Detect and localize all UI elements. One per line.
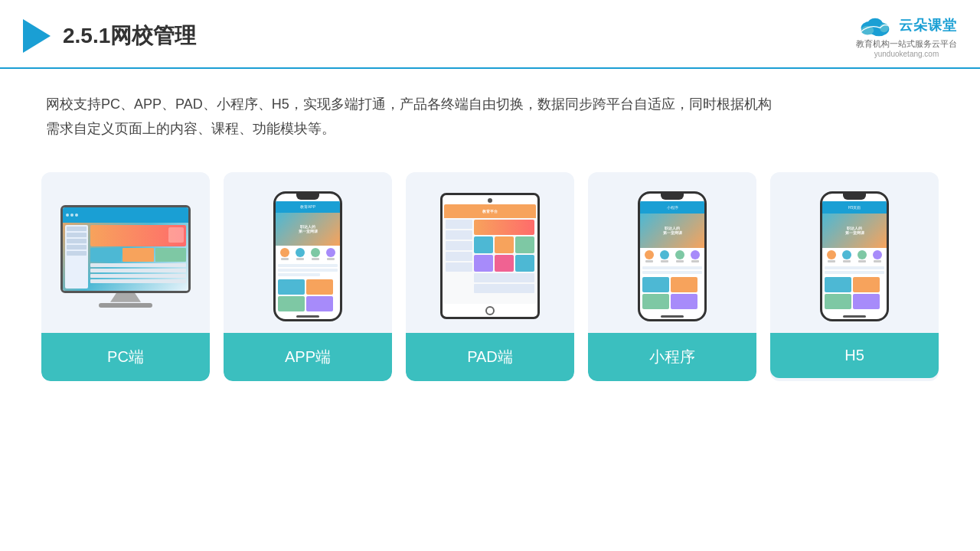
phone-content-mini	[640, 265, 704, 276]
h5-circle-4	[873, 250, 882, 259]
h5-label-1	[828, 260, 835, 262]
phone-mini-1	[278, 279, 305, 295]
phone-row-2	[278, 269, 338, 272]
h5-card-4	[853, 294, 880, 309]
tablet-content	[444, 218, 536, 304]
tablet-left-2	[446, 230, 472, 240]
h5-icon-1	[827, 250, 836, 262]
mini-card-2	[122, 248, 153, 262]
phone-header-mini: 小程序	[640, 201, 704, 214]
phone-home-bar-app	[296, 315, 319, 318]
card-h5-label: H5	[770, 333, 939, 378]
phone-h5: H5页面 职达人的第一堂网课	[820, 191, 889, 321]
tablet-row-2	[474, 284, 534, 293]
phone-cards-app	[276, 278, 340, 313]
phone-home-bar-mini	[661, 315, 684, 318]
mini-row-1	[642, 266, 702, 269]
logo-url: yunduoketang.com	[874, 50, 939, 58]
tablet-cards-row-2	[474, 255, 534, 272]
tablet-pad: 教育平台	[440, 193, 540, 319]
header: 2.5.1网校管理 云朵课堂 教育机构一站式服务云平台 yunduoketang…	[0, 0, 980, 69]
phone-cards-h5	[822, 276, 887, 311]
mini-card-g-3	[642, 294, 669, 309]
sidebar-mock-2	[67, 233, 87, 237]
monitor-stand	[110, 293, 141, 302]
h5-circle-2	[842, 250, 851, 259]
icon-circle-3	[311, 248, 320, 257]
tablet-card-6	[515, 255, 534, 272]
description-line2: 需求自定义页面上的内容、课程、功能模块等。	[46, 116, 934, 141]
monitor-dot-1	[66, 214, 69, 217]
tablet-screen: 教育平台	[444, 204, 536, 304]
h5-circle-3	[858, 250, 867, 259]
card-miniprogram-image: 小程序 职达人的第一堂网课	[588, 172, 756, 333]
monitor-dot-3	[75, 214, 78, 217]
monitor-dot-2	[70, 214, 74, 217]
h5-circle-1	[827, 250, 836, 259]
mini-circle-4	[691, 250, 700, 259]
phone-banner-text-app: 职达人的第一堂网课	[299, 224, 318, 234]
sidebar-mock-4	[67, 245, 87, 249]
mini-label-2	[661, 260, 668, 262]
phone-app: 教育APP 职达人的第一堂网课	[273, 191, 342, 321]
phone-row-1	[278, 264, 338, 267]
tablet-banner	[474, 220, 534, 235]
tablet-left-col	[446, 220, 472, 302]
description: 网校支持PC、APP、PAD、小程序、H5，实现多端打通，产品各终端自由切换，数…	[0, 69, 980, 149]
phone-icons-row-mini	[640, 248, 704, 265]
monitor-content	[63, 223, 188, 291]
icon-label-4	[327, 258, 335, 260]
h5-icon-2	[842, 250, 851, 262]
tablet-home-btn	[485, 306, 495, 315]
mini-card-g-1	[642, 277, 669, 292]
card-app-image: 教育APP 职达人的第一堂网课	[224, 172, 392, 333]
card-pc: PC端	[41, 172, 210, 381]
phone-header-text-h5: H5页面	[848, 205, 861, 210]
phone-content-app	[276, 262, 340, 278]
description-line1: 网校支持PC、APP、PAD、小程序、H5，实现多端打通，产品各终端自由切换，数…	[46, 92, 934, 116]
mini-circle-3	[675, 250, 684, 259]
tablet-cards-row-1	[474, 236, 534, 253]
tablet-header-text: 教育平台	[482, 209, 498, 214]
mini-icon-4	[691, 250, 700, 262]
pc-monitor	[60, 205, 191, 308]
phone-home-bar-h5	[843, 315, 866, 318]
phone-notch-app	[296, 194, 319, 200]
logo-cloud: 云朵课堂	[856, 14, 957, 37]
phone-notch-h5	[843, 194, 866, 200]
phone-icons-row-h5	[822, 248, 887, 265]
monitor-screen-top	[63, 207, 188, 223]
card-pad-image: 教育平台	[406, 172, 574, 333]
phone-icon-3	[311, 248, 320, 260]
mini-circle-2	[660, 250, 669, 259]
mini-icon-2	[660, 250, 669, 262]
header-left: 2.5.1网校管理	[23, 19, 196, 53]
phone-icon-2	[296, 248, 305, 260]
tablet-card-4	[474, 255, 493, 272]
icon-label-3	[312, 258, 319, 260]
h5-card-2	[853, 277, 880, 292]
cards-section: PC端 教育APP 职达人的第一堂网课	[0, 149, 980, 381]
phone-icon-4	[326, 248, 335, 260]
phone-content-h5	[822, 265, 887, 276]
phone-screen-mini: 小程序 职达人的第一堂网课	[640, 201, 704, 313]
tablet-left-1	[446, 220, 472, 229]
sidebar-mock-3	[67, 239, 87, 243]
card-pc-label: PC端	[41, 333, 210, 381]
sidebar-mock-1	[67, 227, 87, 231]
phone-banner-h5: 职达人的第一堂网课	[822, 214, 887, 248]
mini-card-g-4	[671, 294, 697, 309]
mini-row-4	[90, 279, 186, 283]
phone-banner-text-mini: 职达人的第一堂网课	[663, 226, 682, 236]
monitor-sidebar	[65, 225, 88, 289]
phone-notch-mini	[661, 194, 684, 200]
icon-circle-4	[326, 248, 335, 257]
monitor-body	[60, 205, 191, 293]
phone-banner-mini: 职达人的第一堂网课	[640, 214, 704, 248]
h5-row-2	[825, 271, 884, 274]
phone-row-3	[278, 273, 320, 276]
phone-header-app: 教育APP	[276, 201, 340, 213]
phone-header-text-app: 教育APP	[300, 204, 315, 209]
h5-label-3	[858, 260, 866, 262]
h5-icon-3	[858, 250, 867, 262]
